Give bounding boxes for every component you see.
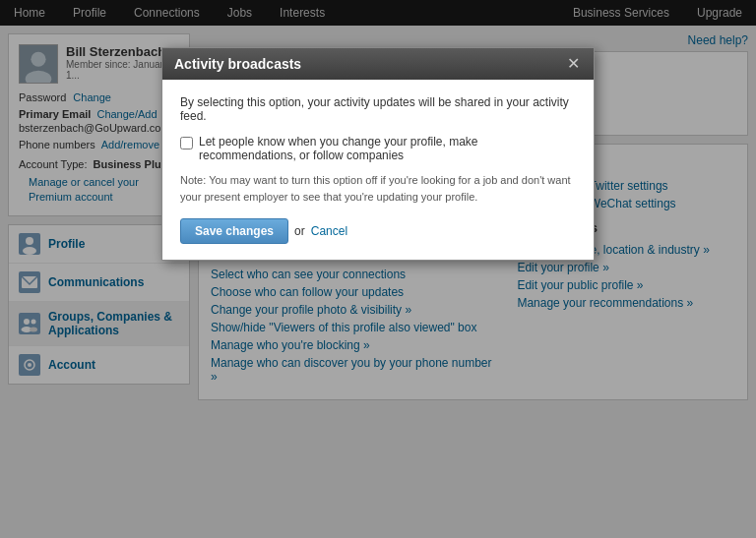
or-text: or <box>294 224 305 238</box>
modal-dialog: Activity broadcasts ✕ By selecting this … <box>161 47 595 261</box>
save-changes-button[interactable]: Save changes <box>180 218 288 244</box>
modal-intro-text: By selecting this option, your activity … <box>180 95 576 123</box>
checkbox-label: Let people know when you change your pro… <box>199 135 576 162</box>
modal-header: Activity broadcasts ✕ <box>162 48 594 80</box>
modal-overlay: Activity broadcasts ✕ By selecting this … <box>0 0 756 538</box>
modal-close-button[interactable]: ✕ <box>565 56 582 72</box>
modal-title: Activity broadcasts <box>174 56 301 72</box>
activity-broadcast-checkbox[interactable] <box>180 137 193 149</box>
modal-actions: Save changes or Cancel <box>180 218 576 244</box>
modal-note-text: Note: You may want to turn this option o… <box>180 172 576 205</box>
checkbox-row: Let people know when you change your pro… <box>180 135 576 162</box>
cancel-link[interactable]: Cancel <box>311 224 347 238</box>
modal-body: By selecting this option, your activity … <box>162 80 594 260</box>
